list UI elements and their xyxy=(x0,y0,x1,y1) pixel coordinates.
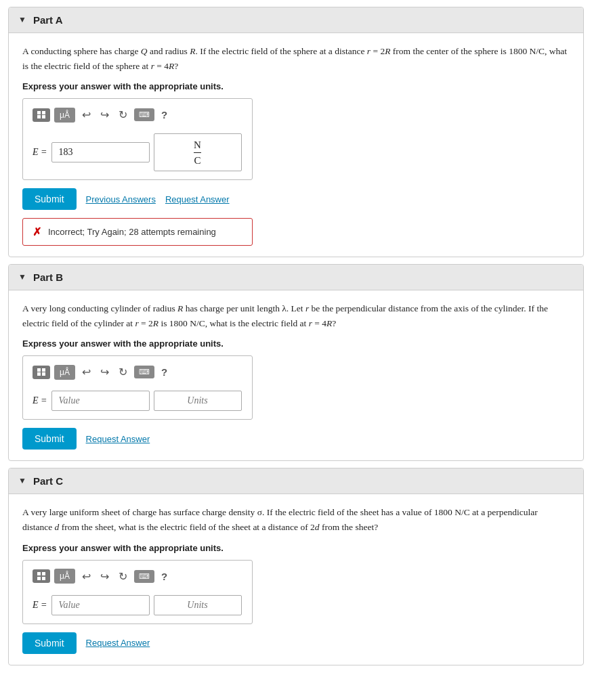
mu-button-b[interactable]: μÅ xyxy=(54,365,75,380)
part-a-title: Part A xyxy=(33,14,63,26)
refresh-button-a[interactable]: ↻ xyxy=(116,107,130,123)
part-b-body: A very long conducting cylinder of radiu… xyxy=(9,290,583,460)
keyboard-button-c[interactable]: ⌨ xyxy=(134,570,154,583)
part-c-equation-row: E = xyxy=(28,592,247,618)
part-b-toolbar: μÅ ↩ ↪ ↻ ⌨ ? xyxy=(28,362,247,382)
help-button-a[interactable]: ? xyxy=(158,108,170,122)
part-c-problem: A very large uniform sheet of charge has… xyxy=(22,505,570,534)
undo-button-a[interactable]: ↩ xyxy=(79,107,93,123)
part-a-unit-numerator: N xyxy=(194,139,201,151)
part-a-equation-row: E = N C xyxy=(28,131,247,174)
part-b-request-answer-button[interactable]: Request Answer xyxy=(86,434,150,444)
part-c-collapse-arrow[interactable]: ▼ xyxy=(18,476,26,486)
part-b-title: Part B xyxy=(33,271,63,283)
part-c-input-box: μÅ ↩ ↪ ↻ ⌨ ? E = xyxy=(22,560,253,624)
error-text-a: Incorrect; Try Again; 28 attempts remain… xyxy=(48,227,216,237)
keyboard-button-a[interactable]: ⌨ xyxy=(134,108,154,121)
mu-button-a[interactable]: μÅ xyxy=(54,108,75,123)
part-b-express-label: Express your answer with the appropriate… xyxy=(22,338,570,349)
redo-button-b[interactable]: ↪ xyxy=(98,364,112,380)
part-a-section: ▼ Part A A conducting sphere has charge … xyxy=(8,7,584,257)
part-a-fraction-line xyxy=(194,152,201,153)
part-c-title: Part C xyxy=(33,475,63,487)
part-a-header: ▼ Part A xyxy=(9,7,583,33)
grid-button-a[interactable] xyxy=(33,108,50,122)
part-b-value-input[interactable] xyxy=(51,391,150,411)
part-a-error-box: ✗ Incorrect; Try Again; 28 attempts rema… xyxy=(22,218,253,246)
part-b-units-input[interactable] xyxy=(154,391,242,411)
part-a-fraction: N C xyxy=(194,139,201,167)
part-a-input-box: μÅ ↩ ↪ ↻ ⌨ ? E = N C xyxy=(22,98,253,180)
part-c-toolbar: μÅ ↩ ↪ ↻ ⌨ ? xyxy=(28,566,247,587)
part-c-header: ▼ Part C xyxy=(9,468,583,494)
part-c-value-input[interactable] xyxy=(51,595,150,615)
part-b-eq-label: E = xyxy=(33,395,47,406)
refresh-button-b[interactable]: ↻ xyxy=(116,364,130,380)
part-a-buttons-row: Submit Previous Answers Request Answer xyxy=(22,188,570,210)
part-c-buttons-row: Submit Request Answer xyxy=(22,632,570,654)
part-b-problem: A very long conducting cylinder of radiu… xyxy=(22,301,570,330)
part-c-body: A very large uniform sheet of charge has… xyxy=(9,494,583,664)
part-c-section: ▼ Part C A very large uniform sheet of c… xyxy=(8,468,584,665)
part-c-eq-label: E = xyxy=(33,600,47,611)
part-a-previous-answers-button[interactable]: Previous Answers xyxy=(86,194,156,204)
error-icon-a: ✗ xyxy=(33,225,41,238)
part-a-units-display: N C xyxy=(154,133,242,171)
part-c-express-label: Express your answer with the appropriate… xyxy=(22,543,570,553)
part-b-collapse-arrow[interactable]: ▼ xyxy=(18,272,26,282)
part-a-body: A conducting sphere has charge Q and rad… xyxy=(9,33,583,257)
part-c-units-input[interactable] xyxy=(154,595,242,615)
grid-button-c[interactable] xyxy=(33,569,50,583)
part-b-submit-button[interactable]: Submit xyxy=(22,428,77,450)
help-button-c[interactable]: ? xyxy=(158,569,170,584)
keyboard-button-b[interactable]: ⌨ xyxy=(134,366,154,378)
part-b-input-box: μÅ ↩ ↪ ↻ ⌨ ? E = xyxy=(22,355,253,420)
part-a-submit-button[interactable]: Submit xyxy=(22,188,77,210)
part-a-request-answer-button[interactable]: Request Answer xyxy=(165,194,230,204)
undo-button-c[interactable]: ↩ xyxy=(79,569,93,584)
part-b-buttons-row: Submit Request Answer xyxy=(22,428,570,450)
part-a-toolbar: μÅ ↩ ↪ ↻ ⌨ ? xyxy=(28,104,247,125)
part-b-section: ▼ Part B A very long conducting cylinder… xyxy=(8,264,584,461)
part-b-equation-row: E = xyxy=(28,388,247,414)
part-a-value-input[interactable] xyxy=(51,142,150,162)
part-b-header: ▼ Part B xyxy=(9,265,583,290)
grid-button-b[interactable] xyxy=(33,366,50,379)
part-a-collapse-arrow[interactable]: ▼ xyxy=(18,15,26,25)
part-c-submit-button[interactable]: Submit xyxy=(22,632,77,654)
redo-button-c[interactable]: ↪ xyxy=(98,569,112,584)
part-a-problem: A conducting sphere has charge Q and rad… xyxy=(22,44,570,73)
part-c-request-answer-button[interactable]: Request Answer xyxy=(86,638,150,648)
part-a-unit-denominator: C xyxy=(194,154,200,167)
undo-button-b[interactable]: ↩ xyxy=(79,364,93,380)
refresh-button-c[interactable]: ↻ xyxy=(116,569,130,584)
part-a-eq-label: E = xyxy=(33,147,47,158)
help-button-b[interactable]: ? xyxy=(158,365,170,379)
redo-button-a[interactable]: ↪ xyxy=(98,107,112,123)
mu-button-c[interactable]: μÅ xyxy=(54,569,75,584)
part-a-express-label: Express your answer with the appropriate… xyxy=(22,81,570,91)
